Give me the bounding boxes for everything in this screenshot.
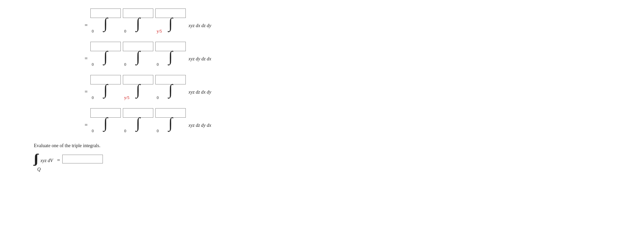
lower-bound-1-2: 0 xyxy=(123,29,126,34)
integral-sign-3-1: ∫ xyxy=(104,83,108,97)
integral-sign-3-3: ∫ xyxy=(169,83,173,97)
integrand-1: xyz dx dz dy xyxy=(188,23,211,28)
integral-sign-3-2: ∫ xyxy=(136,83,140,97)
integrand-2: xyz dy dz dx xyxy=(188,56,211,62)
integral-sign-4-2: ∫ xyxy=(136,116,140,130)
bottom-equals: = xyxy=(57,157,60,163)
lower-bound-3-3: 0 xyxy=(155,95,159,100)
answer-input[interactable] xyxy=(62,155,103,163)
integral-unit-3-1: ∫ 0 xyxy=(90,75,121,100)
integral-sign-4-3: ∫ xyxy=(169,116,173,130)
integral-unit-1-2: ∫ 0 xyxy=(123,8,153,34)
bottom-integral-row: ∫∫∫ xyz dV = xyxy=(34,152,644,165)
bottom-integrand: xyz dV xyxy=(41,158,53,163)
integral-unit-3-2: ∫ y/5 xyxy=(123,75,153,100)
integral-row-1: = ∫ 0 ∫ 0 ∫ y/5 xyz dx dz dy xyxy=(85,7,644,34)
lower-bound-2-1: 0 xyxy=(90,62,94,67)
integral-sign-1-2: ∫ xyxy=(136,17,140,30)
lower-bound-3-1: 0 xyxy=(90,95,94,100)
integral-sign-2-2: ∫ xyxy=(136,50,140,63)
page: = ∫ 0 ∫ 0 ∫ y/5 xyz dx dz dy = xyxy=(0,0,644,235)
equals-4: = xyxy=(85,122,88,128)
lower-bound-1-3: y/5 xyxy=(155,29,162,34)
integral-unit-4-2: ∫ 0 xyxy=(123,108,153,134)
integrand-4: xyz dz dy dx xyxy=(188,123,211,128)
lower-bound-3-2: y/5 xyxy=(123,95,129,100)
integral-row-2: = ∫ 0 ∫ 0 ∫ 0 xyz dy dz dx xyxy=(85,40,644,67)
lower-bound-4-3: 0 xyxy=(155,129,159,134)
equals-2: = xyxy=(85,56,88,62)
lower-bound-2-3: 0 xyxy=(155,62,159,67)
integral-sign-1-1: ∫ xyxy=(104,17,108,30)
integral-unit-2-2: ∫ 0 xyxy=(123,42,153,67)
integral-unit-1-3: ∫ y/5 xyxy=(155,8,186,34)
integral-unit-4-3: ∫ 0 xyxy=(155,108,186,134)
q-label: Q xyxy=(37,167,644,172)
integral-row-3: = ∫ 0 ∫ y/5 ∫ 0 xyz dz dx dy xyxy=(85,73,644,100)
integrand-3: xyz dz dx dy xyxy=(188,90,211,95)
evaluate-text: Evaluate one of the triple integrals. xyxy=(34,143,644,149)
lower-bound-4-2: 0 xyxy=(123,129,126,134)
integral-unit-4-1: ∫ 0 xyxy=(90,108,121,134)
lower-bound-4-1: 0 xyxy=(90,129,94,134)
evaluate-section: Evaluate one of the triple integrals. ∫∫… xyxy=(34,143,644,172)
equals-1: = xyxy=(85,22,88,28)
integral-unit-1-1: ∫ 0 xyxy=(90,8,121,34)
lower-bound-1-1: 0 xyxy=(90,29,94,34)
integral-unit-2-1: ∫ 0 xyxy=(90,42,121,67)
integral-sign-2-3: ∫ xyxy=(169,50,173,63)
integral-unit-3-3: ∫ 0 xyxy=(155,75,186,100)
integral-sign-2-1: ∫ xyxy=(104,50,108,63)
integral-rows: = ∫ 0 ∫ 0 ∫ y/5 xyz dx dz dy = xyxy=(85,3,644,134)
integral-sign-1-3: ∫ xyxy=(169,17,173,30)
triple-integral-symbol: ∫∫∫ xyxy=(34,152,36,165)
integral-sign-4-1: ∫ xyxy=(104,116,108,130)
lower-bound-2-2: 0 xyxy=(123,62,126,67)
integral-row-4: = ∫ 0 ∫ 0 ∫ 0 xyz dz dy dx xyxy=(85,106,644,134)
integral-unit-2-3: ∫ 0 xyxy=(155,42,186,67)
equals-3: = xyxy=(85,89,88,95)
